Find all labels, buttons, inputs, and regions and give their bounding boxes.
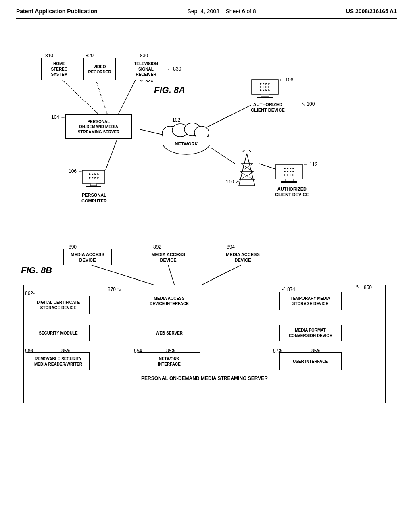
network-cloud: NETWORK [158,121,215,158]
pc-icon-106: ►►►► ►►►► PERSONALCOMPUTER [81,170,107,204]
antenna-tower [231,150,263,190]
ref-874: 874 [287,287,295,292]
svg-text:►►►►: ►►►► [88,176,100,179]
ref-106: 106 ← [69,168,83,174]
media-access-2-box: MEDIA ACCESSDEVICE [144,249,192,265]
fig8a-diagram: FIG. 8A 810 820 830 ↵ 830 HOMESTEREOSYST… [21,31,392,228]
bottom-label: PERSONAL ON-DEMAND MEDIA STREAMING SERVE… [23,376,386,381]
computer-svg-108: ►►►► ►►►► ►►►► [251,79,279,99]
header-right: US 2008/216165 A1 [346,8,397,15]
arrow-862: ↘ [31,290,35,295]
security-module-box: SECURITY MODULE [27,325,90,341]
network-interface-box: NETWORKINTERFACE [138,352,200,370]
svg-rect-19 [86,186,101,187]
svg-rect-41 [281,181,297,183]
temp-media-box: TEMPORARY MEDIASTORAGE DEVICE [279,292,342,310]
svg-line-2 [118,79,136,115]
svg-rect-40 [285,179,293,181]
svg-text:►►►►: ►►►► [284,167,295,170]
ref-tv: 830 [140,53,148,58]
removable-security-box: REMOVABLE SECURITYMEDIA READER/WRITER [27,352,90,370]
arrow-850: ↖ [356,284,360,289]
svg-rect-18 [90,183,97,186]
svg-text:►►►►: ►►►► [88,172,100,175]
home-stereo-box: HOMESTEREOSYSTEM [41,58,77,80]
media-access-1-box: MEDIA ACCESSDEVICE [63,249,112,265]
media-access-3-box: MEDIA ACCESSDEVICE [219,249,267,265]
svg-text:►►►►: ►►►► [259,82,271,85]
fig8a-label: FIG. 8A [154,85,185,96]
client2-icon: ►►►► ►►►► ►►►► AUTHORIZEDCLIENT DEVICE [275,164,309,198]
ref-104: 104 ← [51,114,65,120]
client1-icon: ►►►► ►►►► ►►►► AUTHORIZEDCLIENT DEVICE [251,79,285,113]
video-recorder-box: VIDEORECORDER [83,58,116,80]
tv-signal-box: TELEVISIONSIGNALRECEIVER [126,58,166,80]
svg-text:NETWORK: NETWORK [175,141,198,146]
page-header: Patent Application Publication Sep. 4, 2… [16,8,397,19]
svg-line-0 [61,79,100,115]
ref-820: 820 [86,53,94,58]
ref-870: 870 ↘ [108,287,121,292]
svg-text:►►►►: ►►►► [284,173,295,176]
svg-line-26 [239,154,247,186]
arrow-874: ↙ [282,286,286,291]
media-access-interface-box: MEDIA ACCESSDEVICE INTERFACE [138,292,200,310]
ref-100: ↖ 100 [301,101,315,107]
computer-svg-112: ►►►► ►►►► ►►►► [275,164,303,184]
ref-850: 850 [364,285,372,290]
svg-text:►►►►: ►►►► [259,89,271,91]
svg-text:►►►►: ►►►► [284,170,295,173]
fig8b-label: FIG. 8B [21,265,52,276]
computer-svg-106: ►►►► ►►►► [81,170,106,190]
svg-rect-25 [257,97,273,98]
media-format-box: MEDIA FORMATCONVERSION DEVICE [279,325,342,341]
fig8b-diagram: FIG. 8B 890 892 894 MEDIA ACCESSDEVICE M… [21,244,392,414]
svg-line-1 [96,79,108,115]
svg-text:►►►►: ►►►► [259,85,271,88]
page: Patent Application Publication Sep. 4, 2… [0,0,413,532]
ref-810: 810 [45,53,53,58]
digital-cert-box: DIGITAL CERTIFICATESTORAGE DEVICE [27,296,90,314]
ref-830-side: ← 830 [167,66,181,72]
svg-line-27 [247,154,255,186]
header-center: Sep. 4, 2008 Sheet 6 of 8 [187,8,256,15]
server-box: PERSONALON-DEMAND MEDIASTREAMING SERVER [65,114,132,139]
web-server-box: WEB SERVER [138,325,200,341]
svg-line-7 [106,137,118,170]
user-interface-box: USER INTERFACE [279,352,342,370]
svg-rect-24 [261,94,269,97]
header-left: Patent Application Publication [16,8,98,15]
